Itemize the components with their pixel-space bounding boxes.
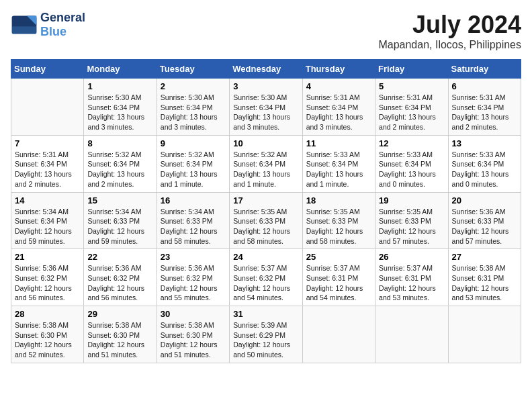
weekday-header-cell: Friday	[375, 60, 448, 79]
calendar-day-cell: 8Sunrise: 5:32 AMSunset: 6:34 PMDaylight…	[84, 135, 157, 192]
calendar-day-cell: 6Sunrise: 5:31 AMSunset: 6:34 PMDaylight…	[448, 79, 521, 136]
day-info: Sunrise: 5:38 AMSunset: 6:30 PMDaylight:…	[15, 320, 80, 360]
location-subtitle: Mapandan, Ilocos, Philippines	[378, 39, 521, 51]
calendar-day-cell	[448, 306, 521, 363]
day-info: Sunrise: 5:32 AMSunset: 6:34 PMDaylight:…	[233, 150, 298, 189]
day-number: 18	[306, 195, 371, 205]
logo-icon	[11, 11, 38, 38]
day-number: 16	[161, 195, 226, 205]
day-info: Sunrise: 5:36 AMSunset: 6:32 PMDaylight:…	[15, 263, 80, 303]
day-number: 26	[379, 252, 444, 262]
calendar-day-cell	[11, 79, 84, 136]
day-number: 19	[379, 195, 444, 205]
day-info: Sunrise: 5:32 AMSunset: 6:34 PMDaylight:…	[161, 150, 226, 189]
calendar-day-cell: 10Sunrise: 5:32 AMSunset: 6:34 PMDayligh…	[230, 135, 302, 192]
calendar-day-cell: 30Sunrise: 5:38 AMSunset: 6:30 PMDayligh…	[157, 306, 229, 363]
calendar-day-cell: 7Sunrise: 5:31 AMSunset: 6:34 PMDaylight…	[11, 135, 84, 192]
calendar-day-cell: 22Sunrise: 5:36 AMSunset: 6:32 PMDayligh…	[84, 249, 157, 306]
title-block: July 2024 Mapandan, Ilocos, Philippines	[378, 11, 521, 51]
calendar-day-cell: 1Sunrise: 5:30 AMSunset: 6:34 PMDaylight…	[84, 79, 157, 136]
day-number: 22	[87, 252, 152, 262]
day-info: Sunrise: 5:31 AMSunset: 6:34 PMDaylight:…	[379, 93, 444, 132]
day-info: Sunrise: 5:32 AMSunset: 6:34 PMDaylight:…	[87, 150, 152, 189]
calendar-week-row: 14Sunrise: 5:34 AMSunset: 6:34 PMDayligh…	[11, 192, 521, 249]
day-number: 2	[161, 81, 226, 91]
calendar-day-cell: 4Sunrise: 5:31 AMSunset: 6:34 PMDaylight…	[302, 79, 375, 136]
day-number: 21	[15, 252, 80, 262]
day-number: 20	[452, 195, 517, 205]
day-info: Sunrise: 5:37 AMSunset: 6:32 PMDaylight:…	[233, 263, 298, 303]
calendar-day-cell: 14Sunrise: 5:34 AMSunset: 6:34 PMDayligh…	[11, 192, 84, 249]
day-info: Sunrise: 5:39 AMSunset: 6:29 PMDaylight:…	[233, 320, 298, 360]
day-number: 14	[15, 195, 80, 205]
month-year-title: July 2024	[378, 11, 521, 39]
day-info: Sunrise: 5:33 AMSunset: 6:34 PMDaylight:…	[306, 150, 371, 189]
day-number: 31	[233, 309, 298, 319]
calendar-day-cell: 26Sunrise: 5:37 AMSunset: 6:31 PMDayligh…	[375, 249, 448, 306]
calendar-day-cell	[375, 306, 448, 363]
calendar-day-cell: 18Sunrise: 5:35 AMSunset: 6:33 PMDayligh…	[302, 192, 375, 249]
day-info: Sunrise: 5:37 AMSunset: 6:31 PMDaylight:…	[379, 263, 444, 303]
day-info: Sunrise: 5:33 AMSunset: 6:34 PMDaylight:…	[379, 150, 444, 189]
calendar-day-cell: 3Sunrise: 5:30 AMSunset: 6:34 PMDaylight…	[230, 79, 302, 136]
calendar-day-cell: 13Sunrise: 5:33 AMSunset: 6:34 PMDayligh…	[448, 135, 521, 192]
weekday-header-cell: Thursday	[302, 60, 375, 79]
weekday-header-cell: Sunday	[11, 60, 84, 79]
logo: General Blue	[11, 11, 85, 39]
day-info: Sunrise: 5:35 AMSunset: 6:33 PMDaylight:…	[306, 207, 371, 246]
day-number: 7	[15, 138, 80, 148]
day-info: Sunrise: 5:31 AMSunset: 6:34 PMDaylight:…	[452, 93, 517, 132]
calendar-week-row: 7Sunrise: 5:31 AMSunset: 6:34 PMDaylight…	[11, 135, 521, 192]
weekday-header-cell: Monday	[84, 60, 157, 79]
calendar-day-cell: 20Sunrise: 5:36 AMSunset: 6:33 PMDayligh…	[448, 192, 521, 249]
weekday-header-cell: Wednesday	[230, 60, 302, 79]
day-number: 13	[452, 138, 517, 148]
logo-text: General Blue	[40, 11, 85, 39]
calendar-day-cell: 28Sunrise: 5:38 AMSunset: 6:30 PMDayligh…	[11, 306, 84, 363]
calendar-day-cell: 21Sunrise: 5:36 AMSunset: 6:32 PMDayligh…	[11, 249, 84, 306]
day-info: Sunrise: 5:31 AMSunset: 6:34 PMDaylight:…	[15, 150, 80, 189]
day-number: 12	[379, 138, 444, 148]
page-header: General Blue July 2024 Mapandan, Ilocos,…	[11, 11, 521, 51]
calendar-day-cell: 23Sunrise: 5:36 AMSunset: 6:32 PMDayligh…	[157, 249, 229, 306]
calendar-day-cell: 17Sunrise: 5:35 AMSunset: 6:33 PMDayligh…	[230, 192, 302, 249]
calendar-day-cell: 29Sunrise: 5:38 AMSunset: 6:30 PMDayligh…	[84, 306, 157, 363]
day-info: Sunrise: 5:36 AMSunset: 6:32 PMDaylight:…	[87, 263, 152, 303]
calendar-day-cell: 2Sunrise: 5:30 AMSunset: 6:34 PMDaylight…	[157, 79, 229, 136]
weekday-header-cell: Tuesday	[157, 60, 229, 79]
day-number: 25	[306, 252, 371, 262]
day-number: 17	[233, 195, 298, 205]
calendar-day-cell: 9Sunrise: 5:32 AMSunset: 6:34 PMDaylight…	[157, 135, 229, 192]
svg-rect-2	[12, 26, 37, 34]
day-number: 4	[306, 81, 371, 91]
day-info: Sunrise: 5:35 AMSunset: 6:33 PMDaylight:…	[379, 207, 444, 246]
calendar-week-row: 21Sunrise: 5:36 AMSunset: 6:32 PMDayligh…	[11, 249, 521, 306]
day-info: Sunrise: 5:34 AMSunset: 6:33 PMDaylight:…	[87, 207, 152, 246]
calendar-day-cell: 31Sunrise: 5:39 AMSunset: 6:29 PMDayligh…	[230, 306, 302, 363]
calendar-day-cell	[302, 306, 375, 363]
day-info: Sunrise: 5:33 AMSunset: 6:34 PMDaylight:…	[452, 150, 517, 189]
day-info: Sunrise: 5:36 AMSunset: 6:32 PMDaylight:…	[161, 263, 226, 303]
day-number: 3	[233, 81, 298, 91]
day-number: 23	[161, 252, 226, 262]
day-info: Sunrise: 5:36 AMSunset: 6:33 PMDaylight:…	[452, 207, 517, 246]
day-info: Sunrise: 5:37 AMSunset: 6:31 PMDaylight:…	[306, 263, 371, 303]
calendar-day-cell: 16Sunrise: 5:34 AMSunset: 6:33 PMDayligh…	[157, 192, 229, 249]
day-number: 30	[161, 309, 226, 319]
calendar-day-cell: 27Sunrise: 5:38 AMSunset: 6:31 PMDayligh…	[448, 249, 521, 306]
day-number: 11	[306, 138, 371, 148]
day-number: 6	[452, 81, 517, 91]
day-number: 5	[379, 81, 444, 91]
day-number: 9	[161, 138, 226, 148]
calendar-body: 1Sunrise: 5:30 AMSunset: 6:34 PMDaylight…	[11, 79, 521, 363]
weekday-header-row: SundayMondayTuesdayWednesdayThursdayFrid…	[11, 60, 521, 79]
day-number: 1	[87, 81, 152, 91]
day-number: 15	[87, 195, 152, 205]
day-info: Sunrise: 5:38 AMSunset: 6:30 PMDaylight:…	[87, 320, 152, 360]
day-info: Sunrise: 5:30 AMSunset: 6:34 PMDaylight:…	[233, 93, 298, 132]
day-info: Sunrise: 5:31 AMSunset: 6:34 PMDaylight:…	[306, 93, 371, 132]
day-number: 8	[87, 138, 152, 148]
day-number: 24	[233, 252, 298, 262]
day-number: 27	[452, 252, 517, 262]
day-info: Sunrise: 5:38 AMSunset: 6:30 PMDaylight:…	[161, 320, 226, 360]
